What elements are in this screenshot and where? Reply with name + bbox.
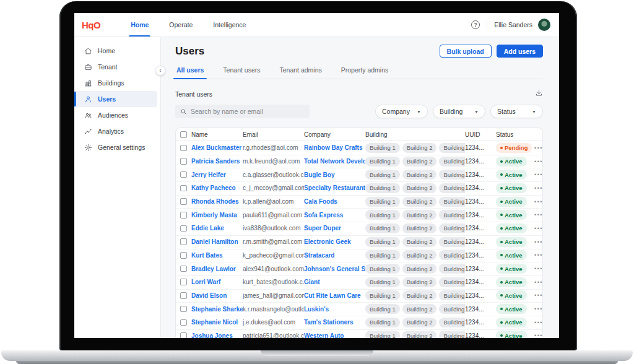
company-link[interactable]: Bugle Boy xyxy=(304,171,365,178)
company-link[interactable]: Electronic Geek xyxy=(304,238,365,245)
row-checkbox[interactable] xyxy=(180,319,187,326)
row-checkbox[interactable] xyxy=(180,252,187,259)
row-checkbox[interactable] xyxy=(180,225,187,232)
row-checkbox[interactable] xyxy=(180,266,187,272)
sidebar-item-analytics[interactable]: Analytics xyxy=(74,123,157,139)
company-link[interactable]: Sofa Express xyxy=(304,212,365,219)
company-link[interactable]: Tam's Stationers xyxy=(304,319,365,326)
row-menu-button[interactable]: ••• xyxy=(534,225,543,232)
user-name-link[interactable]: Kimberly Masta xyxy=(191,212,243,219)
select-all-checkbox[interactable] xyxy=(180,131,187,138)
status-badge: Active xyxy=(496,331,527,338)
company-link[interactable]: Cala Foods xyxy=(304,198,365,205)
avatar[interactable] xyxy=(538,19,550,31)
filter-label: Building xyxy=(440,108,462,115)
row-menu-button[interactable]: ••• xyxy=(534,145,543,151)
row-menu-button[interactable]: ••• xyxy=(534,332,543,338)
table-row: Alex Buckmaster r.g.rhodes@aol.com Rainb… xyxy=(176,141,542,155)
bulk-upload-button[interactable]: Bulk upload xyxy=(440,45,492,58)
row-checkbox[interactable] xyxy=(180,198,187,205)
company-link[interactable]: Stratacard xyxy=(304,252,365,259)
user-name-link[interactable]: Rhonda Rhodes xyxy=(191,198,243,205)
sidebar-collapse-button[interactable]: ‹ xyxy=(155,66,165,76)
tab-tenant-users[interactable]: Tenant users xyxy=(222,64,261,79)
row-checkbox[interactable] xyxy=(180,306,187,313)
user-name-link[interactable]: Daniel Hamilton xyxy=(191,238,243,245)
nav-item-operate[interactable]: Operate xyxy=(167,13,194,37)
row-menu-button[interactable]: ••• xyxy=(534,199,543,205)
row-checkbox[interactable] xyxy=(180,212,187,219)
row-checkbox[interactable] xyxy=(180,145,187,152)
company-link[interactable]: Specialty Restaurant Gro xyxy=(304,184,365,191)
company-link[interactable]: Johnson's General Store xyxy=(304,266,365,272)
row-checkbox[interactable] xyxy=(180,332,187,338)
tab-tenant-admins[interactable]: Tenant admins xyxy=(278,64,323,79)
chevron-down-icon: ▼ xyxy=(532,110,536,114)
user-name-link[interactable]: David Elson xyxy=(191,292,243,299)
company-link[interactable]: Rainbow Bay Crafts xyxy=(304,144,365,151)
filter-company[interactable]: Company ▼ xyxy=(375,105,428,118)
row-menu-button[interactable]: ••• xyxy=(534,319,543,326)
nav-item-intelligence[interactable]: Intelligence xyxy=(211,13,248,37)
row-menu-button[interactable]: ••• xyxy=(534,239,543,245)
building-tag: Building 2 xyxy=(402,250,437,260)
company-link[interactable]: Giant xyxy=(304,279,365,285)
company-link[interactable]: Luskin's xyxy=(304,306,365,313)
tab-property-admins[interactable]: Property admins xyxy=(340,64,389,79)
user-uuid: 1234... xyxy=(465,332,496,338)
row-menu-button[interactable]: ••• xyxy=(534,252,543,258)
hqo-logo[interactable]: HqO xyxy=(82,20,100,30)
building-tag: Building 2 xyxy=(402,318,437,327)
help-icon[interactable]: ? xyxy=(471,20,480,29)
user-name-link[interactable]: Patricia Sanders xyxy=(191,158,243,165)
user-name-link[interactable]: Alex Buckmaster xyxy=(191,144,243,151)
row-menu-button[interactable]: ••• xyxy=(534,171,543,178)
user-name-link[interactable]: Jerry Helfer xyxy=(191,171,243,178)
user-name-link[interactable]: Eddie Lake xyxy=(191,225,243,232)
row-menu-button[interactable]: ••• xyxy=(534,185,543,191)
user-name-link[interactable]: Bradley Lawlor xyxy=(191,266,243,272)
search-input[interactable] xyxy=(191,108,305,115)
sidebar-item-audiences[interactable]: Audiences xyxy=(74,107,157,123)
company-link[interactable]: Western Auto xyxy=(304,332,365,338)
sidebar-item-general-settings[interactable]: General settings xyxy=(74,139,157,155)
user-name-link[interactable]: Stephanie Sharkey xyxy=(191,306,243,313)
row-menu-button[interactable]: ••• xyxy=(534,279,543,285)
row-checkbox[interactable] xyxy=(180,238,187,245)
nav-item-home[interactable]: Home xyxy=(129,13,150,37)
user-name-link[interactable]: Joshua Jones xyxy=(191,332,243,338)
row-checkbox[interactable] xyxy=(180,185,187,192)
row-checkbox[interactable] xyxy=(180,171,187,178)
row-checkbox[interactable] xyxy=(180,292,187,299)
laptop-base-lip xyxy=(16,361,618,364)
user-name-link[interactable]: Lorri Warf xyxy=(191,279,243,285)
building-tag: Building 2 xyxy=(402,183,437,193)
add-users-button[interactable]: Add users xyxy=(497,45,543,58)
row-menu-button[interactable]: ••• xyxy=(534,266,543,272)
company-link[interactable]: Total Network Developme xyxy=(304,158,365,165)
row-menu-button[interactable]: ••• xyxy=(534,158,543,165)
row-menu-button[interactable]: ••• xyxy=(534,292,543,298)
filter-building[interactable]: Building ▼ xyxy=(433,105,485,118)
sidebar-item-home[interactable]: Home xyxy=(74,43,157,59)
tab-all-users[interactable]: All users xyxy=(175,64,205,79)
building-tags: Building 1Building 2Building 3 xyxy=(365,264,465,274)
laptop-bezel: HqO Home Operate Intelligence ? Ellie Sa… xyxy=(59,1,577,350)
sidebar-item-tenant[interactable]: Tenant xyxy=(74,59,157,75)
user-email: j.e.dukes@aol.com xyxy=(243,319,304,326)
building-tag: Building 3 xyxy=(439,210,465,220)
user-name-link[interactable]: Stephanie Nicol xyxy=(191,319,243,326)
company-link[interactable]: Super Duper xyxy=(304,225,365,232)
row-menu-button[interactable]: ••• xyxy=(534,306,543,312)
sidebar-item-buildings[interactable]: Buildings xyxy=(74,75,157,91)
row-checkbox[interactable] xyxy=(180,279,187,285)
top-nav-items: Home Operate Intelligence xyxy=(129,13,264,37)
user-name-link[interactable]: Kathy Pacheco xyxy=(191,184,243,191)
user-name-link[interactable]: Kurt Bates xyxy=(191,252,243,259)
sidebar-item-users[interactable]: Users xyxy=(74,91,157,107)
download-button[interactable] xyxy=(535,89,543,100)
row-checkbox[interactable] xyxy=(180,158,187,165)
row-menu-button[interactable]: ••• xyxy=(534,212,543,218)
filter-status[interactable]: Status ▼ xyxy=(490,105,543,118)
company-link[interactable]: Cut Rite Lawn Care xyxy=(304,292,365,299)
